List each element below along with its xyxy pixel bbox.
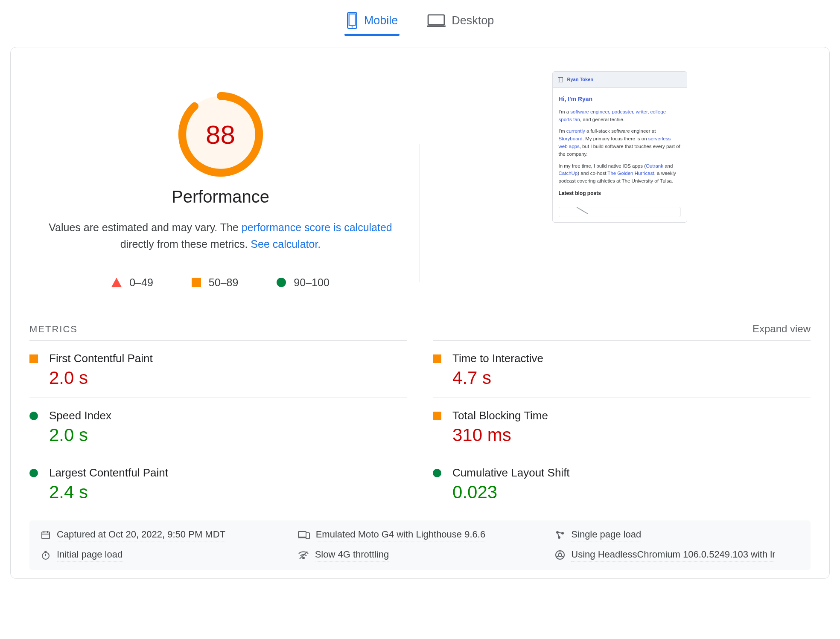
performance-score-value: 88 bbox=[178, 92, 263, 177]
metric-fcp: First Contentful Paint 2.0 s bbox=[29, 340, 407, 398]
preview-link-software-engineer: software engineer bbox=[570, 109, 609, 114]
metric-fcp-name: First Contentful Paint bbox=[49, 352, 153, 365]
site-preview-card: Ryan Token Hi, I'm Ryan I'm a software e… bbox=[552, 71, 687, 223]
env-single-load: Single page load bbox=[555, 529, 799, 541]
preview-link-currently: currently bbox=[566, 128, 585, 134]
circle-pass-icon bbox=[277, 278, 286, 287]
env-captured-text: Captured at Oct 20, 2022, 9:50 PM MDT bbox=[57, 529, 225, 541]
preview-column: Ryan Token Hi, I'm Ryan I'm a software e… bbox=[420, 71, 819, 289]
metrics-title: METRICS bbox=[29, 324, 78, 335]
tab-mobile[interactable]: Mobile bbox=[344, 9, 400, 36]
tab-mobile-label: Mobile bbox=[364, 14, 398, 27]
chrome-icon bbox=[555, 550, 565, 560]
metric-tbt-value: 310 ms bbox=[452, 425, 548, 445]
environment-box: Captured at Oct 20, 2022, 9:50 PM MDT Em… bbox=[29, 520, 811, 570]
preview-paragraph-2: I'm currently a full-stack software engi… bbox=[559, 128, 681, 158]
legend-average-range: 50–89 bbox=[209, 276, 239, 289]
metric-si-name: Speed Index bbox=[49, 409, 111, 422]
stopwatch-icon bbox=[41, 550, 51, 560]
square-average-icon bbox=[433, 412, 441, 420]
preview-paragraph-1: I'm a software engineer, podcaster, writ… bbox=[559, 108, 681, 124]
square-average-icon bbox=[29, 354, 38, 363]
preview-link-hurricast: The Golden Hurricast bbox=[607, 171, 654, 176]
devices-icon bbox=[298, 530, 310, 540]
svg-rect-7 bbox=[42, 532, 50, 539]
svg-line-29 bbox=[561, 556, 564, 557]
metric-tti-value: 4.7 s bbox=[452, 368, 543, 388]
env-initial-load-text: Initial page load bbox=[57, 549, 122, 561]
expand-view-button[interactable]: Expand view bbox=[752, 323, 811, 335]
square-average-icon bbox=[433, 354, 441, 363]
circle-pass-icon bbox=[29, 412, 38, 420]
svg-rect-13 bbox=[306, 533, 309, 539]
preview-latest-heading: Latest blog posts bbox=[559, 189, 681, 198]
metric-si: Speed Index 2.0 s bbox=[29, 398, 407, 455]
preview-post-thumb bbox=[559, 207, 681, 217]
preview-greeting: Hi, I'm Ryan bbox=[559, 95, 681, 104]
metrics-grid: First Contentful Paint 2.0 s Time to Int… bbox=[21, 341, 819, 512]
preview-link-storyboard: Storyboard bbox=[559, 136, 583, 141]
metric-cls-name: Cumulative Layout Shift bbox=[452, 466, 570, 479]
metric-tti: Time to Interactive 4.7 s bbox=[433, 340, 811, 398]
vertical-divider bbox=[420, 144, 420, 282]
svg-line-28 bbox=[557, 556, 559, 557]
metric-cls: Cumulative Layout Shift 0.023 bbox=[433, 455, 811, 512]
network-icon bbox=[298, 550, 309, 560]
metric-tbt: Total Blocking Time 310 ms bbox=[433, 398, 811, 455]
platform-tabs: Mobile Desktop bbox=[0, 0, 840, 39]
preview-link-podcaster: podcaster bbox=[612, 109, 633, 114]
preview-link-outrank: Outrank bbox=[646, 163, 663, 168]
env-emulated-text: Emulated Moto G4 with Lighthouse 9.6.6 bbox=[316, 529, 485, 541]
env-throttling: Slow 4G throttling bbox=[298, 549, 542, 561]
svg-rect-1 bbox=[349, 14, 355, 26]
preview-link-catchup: CatchUp bbox=[559, 171, 578, 176]
metric-fcp-value: 2.0 s bbox=[49, 368, 153, 388]
metric-lcp-value: 2.4 s bbox=[49, 482, 168, 502]
performance-gauge: 88 bbox=[178, 92, 263, 177]
svg-rect-3 bbox=[428, 15, 444, 25]
share-nodes-icon bbox=[555, 530, 565, 540]
preview-link-writer: writer bbox=[636, 109, 648, 114]
metric-tbt-name: Total Blocking Time bbox=[452, 409, 548, 422]
svg-point-2 bbox=[351, 26, 353, 28]
score-legend: 0–49 50–89 90–100 bbox=[111, 276, 330, 289]
square-average-icon bbox=[192, 278, 201, 287]
metric-lcp: Largest Contentful Paint 2.4 s bbox=[29, 455, 407, 512]
metrics-header: METRICS Expand view bbox=[21, 323, 819, 335]
env-captured: Captured at Oct 20, 2022, 9:50 PM MDT bbox=[41, 529, 285, 541]
preview-paragraph-3: In my free time, I build native iOS apps… bbox=[559, 163, 681, 185]
preview-site-name: Ryan Token bbox=[567, 76, 594, 83]
performance-title: Performance bbox=[172, 187, 269, 206]
lighthouse-report: Mobile Desktop 88 Performance bbox=[0, 0, 840, 579]
env-initial-load: Initial page load bbox=[41, 549, 285, 561]
see-calculator-link[interactable]: See calculator. bbox=[251, 238, 321, 250]
calendar-icon bbox=[41, 530, 51, 540]
metric-cls-value: 0.023 bbox=[452, 482, 570, 502]
tab-desktop[interactable]: Desktop bbox=[425, 9, 496, 36]
desktop-icon bbox=[427, 14, 446, 27]
legend-pass: 90–100 bbox=[277, 276, 329, 289]
score-calculation-link[interactable]: performance score is calculated bbox=[242, 221, 392, 233]
metric-lcp-name: Largest Contentful Paint bbox=[49, 466, 168, 479]
legend-average: 50–89 bbox=[192, 276, 239, 289]
circle-pass-icon bbox=[433, 469, 441, 477]
svg-rect-11 bbox=[298, 532, 306, 537]
performance-description: Values are estimated and may vary. The p… bbox=[46, 219, 396, 253]
panel-icon bbox=[558, 77, 563, 82]
tab-desktop-label: Desktop bbox=[452, 14, 494, 27]
triangle-fail-icon bbox=[111, 278, 122, 287]
env-chrome: Using HeadlessChromium 106.0.5249.103 wi… bbox=[555, 549, 799, 561]
circle-pass-icon bbox=[29, 469, 38, 477]
legend-fail: 0–49 bbox=[111, 276, 153, 289]
env-throttling-text: Slow 4G throttling bbox=[315, 549, 389, 561]
svg-point-23 bbox=[303, 557, 304, 559]
svg-rect-4 bbox=[427, 26, 446, 27]
report-header: 88 Performance Values are estimated and … bbox=[21, 71, 819, 289]
legend-fail-range: 0–49 bbox=[129, 276, 153, 289]
legend-pass-range: 90–100 bbox=[294, 276, 329, 289]
preview-body: Hi, I'm Ryan I'm a software engineer, po… bbox=[553, 88, 687, 203]
env-emulated: Emulated Moto G4 with Lighthouse 9.6.6 bbox=[298, 529, 542, 541]
report-card: 88 Performance Values are estimated and … bbox=[10, 47, 830, 579]
env-chrome-text: Using HeadlessChromium 106.0.5249.103 wi… bbox=[571, 549, 775, 561]
score-column: 88 Performance Values are estimated and … bbox=[21, 71, 420, 289]
